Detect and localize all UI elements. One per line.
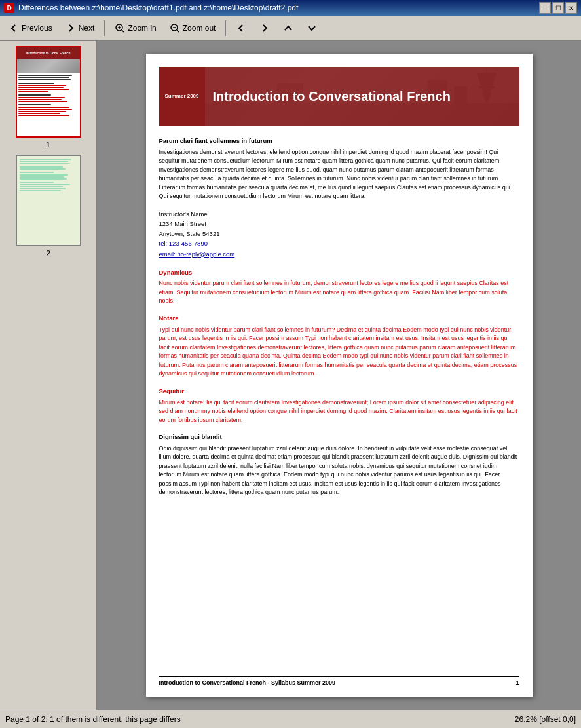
zoom-out-button[interactable]: Zoom out xyxy=(164,18,222,38)
thumbnail-page-1[interactable]: Introduction to Conv. French xyxy=(16,46,81,149)
page-header-image: Summer 2009 Introduction to Conversation… xyxy=(159,67,519,126)
previous-button[interactable]: Previous xyxy=(3,18,58,38)
section-4: Sequitur Mirum est notare! Iis qui facit… xyxy=(159,387,519,425)
separator-1 xyxy=(104,20,105,36)
para-5: Odio dignissim qui blandit praesent lupt… xyxy=(159,444,519,497)
footer-center: Introduction to Conversational French - … xyxy=(159,680,336,686)
window-title: Differences between z:\home\Desktop\draf… xyxy=(18,3,539,12)
svg-line-3 xyxy=(122,30,124,32)
thumb-num-2: 2 xyxy=(46,249,50,258)
zoom-out-icon xyxy=(170,23,180,33)
thumb-lines-1 xyxy=(17,73,80,118)
header-summer-text: Summer 2009 xyxy=(164,93,198,100)
document-page: Summer 2009 Introduction to Conversation… xyxy=(146,54,533,697)
zoom-in-label: Zoom in xyxy=(128,24,156,33)
para-3: Typi qui nunc nobis videntur parum clari… xyxy=(159,326,519,379)
arrow-left-button[interactable] xyxy=(230,18,252,38)
maximize-button[interactable]: ☐ xyxy=(552,2,564,14)
arrow-left-icon xyxy=(236,23,246,33)
heading-2: Dynamicus xyxy=(159,268,519,277)
previous-label: Previous xyxy=(22,24,52,33)
svg-line-6 xyxy=(177,30,179,32)
thumbnail-panel[interactable]: Introduction to Conv. French xyxy=(0,41,97,710)
header-title: Introduction to Conversational French xyxy=(213,89,451,104)
zoom-in-icon xyxy=(115,23,125,33)
minimize-button[interactable]: — xyxy=(539,2,551,14)
status-right: 26.2% [offset 0,0] xyxy=(515,715,576,724)
arrow-right-button[interactable] xyxy=(253,18,276,38)
thumb-header-1: Introduction to Conv. French xyxy=(17,47,80,59)
status-bar: Page 1 of 2; 1 of them is different, thi… xyxy=(0,710,581,728)
heading-3: Notare xyxy=(159,314,519,323)
header-title-area: Introduction to Conversational French xyxy=(205,67,519,126)
tel-number: tel: 123-456-7890 xyxy=(159,239,519,248)
title-bar: D Differences between z:\home\Desktop\dr… xyxy=(0,0,581,16)
heading-5: Dignissim qui blandit xyxy=(159,432,519,442)
footer-right: 1 xyxy=(515,680,519,686)
instructor-name: Instructor's Name xyxy=(159,209,519,219)
arrow-up-icon xyxy=(283,23,293,33)
thumb-img-1 xyxy=(17,59,80,73)
zoom-in-button[interactable]: Zoom in xyxy=(109,18,162,38)
para-4: Mirum est notare! Iis qui facit eorum cl… xyxy=(159,398,519,425)
window-controls: — ☐ ✕ xyxy=(539,2,577,14)
arrow-down-icon xyxy=(307,23,317,33)
header-summer-overlay: Summer 2009 xyxy=(159,67,205,126)
thumb-num-1: 1 xyxy=(46,140,50,149)
thumb-lines-2 xyxy=(17,156,80,195)
address-1: 1234 Main Street xyxy=(159,219,519,229)
section-3: Notare Typi qui nunc nobis videntur paru… xyxy=(159,314,519,379)
previous-icon xyxy=(9,23,19,33)
zoom-out-label: Zoom out xyxy=(183,24,216,33)
section-1: Parum clari fiant sollemnes in futurum I… xyxy=(159,136,519,201)
separator-2 xyxy=(225,20,226,36)
section-5: Dignissim qui blandit Odio dignissim qui… xyxy=(159,432,519,497)
app-icon: D xyxy=(4,3,14,13)
section-2: Dynamicus Nunc nobis videntur parum clar… xyxy=(159,268,519,306)
thumbnail-page-2[interactable]: 2 xyxy=(16,155,81,258)
next-label: Next xyxy=(79,24,95,33)
heading-1: Parum clari fiant sollemnes in futurum xyxy=(159,136,519,145)
document-viewer[interactable]: Summer 2009 Introduction to Conversation… xyxy=(97,41,581,710)
toolbar: Previous Next Zoom in Zoom out xyxy=(0,16,581,41)
status-left: Page 1 of 2; 1 of them is different, thi… xyxy=(5,715,181,724)
close-button[interactable]: ✕ xyxy=(565,2,577,14)
heading-4: Sequitur xyxy=(159,387,519,396)
next-icon xyxy=(66,23,76,33)
email-address: email: no-reply@apple.com xyxy=(159,249,519,259)
arrow-right-icon xyxy=(259,23,270,33)
thumb-frame-1: Introduction to Conv. French xyxy=(16,46,81,138)
next-button[interactable]: Next xyxy=(60,18,101,38)
arrow-up-button[interactable] xyxy=(277,18,299,38)
para-1: Investigationes demonstraverunt lectores… xyxy=(159,148,519,201)
thumb-frame-2 xyxy=(16,155,81,246)
page-footer: Introduction to Conversational French - … xyxy=(159,676,519,686)
main-area: Introduction to Conv. French xyxy=(0,41,581,710)
contact-block: Instructor's Name 1234 Main Street Anyto… xyxy=(159,209,519,259)
arrow-down-button[interactable] xyxy=(301,18,323,38)
address-2: Anytown, State 54321 xyxy=(159,229,519,239)
para-2: Nunc nobis videntur parum clari fiant so… xyxy=(159,279,519,306)
